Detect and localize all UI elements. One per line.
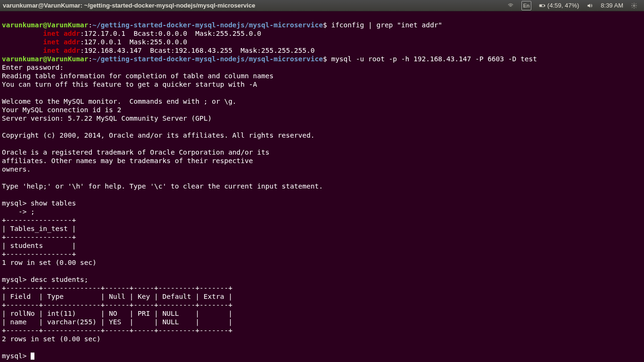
mysql-intro-block: Enter password: Reading table informatio… bbox=[2, 64, 323, 190]
prompt-user: varunkumar@VarunKumar bbox=[2, 21, 88, 29]
cursor bbox=[31, 353, 34, 360]
mysql-prompt: mysql> bbox=[2, 352, 31, 360]
sound-indicator[interactable] bbox=[583, 2, 597, 9]
prompt-path: ~/getting-started-docker-mysql-nodejs/my… bbox=[92, 55, 323, 63]
battery-indicator[interactable]: (4:59, 47%) bbox=[535, 1, 583, 10]
prompt-user: varunkumar@VarunKumar bbox=[2, 55, 88, 63]
gear-icon bbox=[631, 2, 637, 9]
clock-indicator[interactable]: 8:39 AM bbox=[597, 1, 627, 10]
battery-label: (4:59, 47%) bbox=[547, 1, 579, 10]
inet-label: inet addr bbox=[43, 47, 80, 54]
wifi-icon bbox=[507, 2, 514, 9]
command-text: ifconfig | grep "inet addr" bbox=[327, 21, 442, 29]
prompt-path: ~/getting-started-docker-mysql-nodejs/my… bbox=[92, 21, 323, 29]
ifconfig-line-3: inet addr:192.168.43.147 Bcast:192.168.4… bbox=[2, 47, 315, 54]
svg-rect-1 bbox=[545, 5, 545, 6]
command-text: mysql -u root -p -h 192.168.43.147 -P 66… bbox=[327, 55, 537, 63]
wifi-indicator[interactable] bbox=[504, 2, 518, 9]
system-menubar: varunkumar@VarunKumar: ~/getting-started… bbox=[0, 0, 644, 11]
language-indicator[interactable]: En bbox=[518, 1, 535, 10]
clock-label: 8:39 AM bbox=[601, 1, 623, 10]
show-tables-block: mysql> show tables -> ; +---------------… bbox=[2, 199, 97, 266]
session-indicator[interactable] bbox=[627, 2, 641, 9]
inet-label: inet addr bbox=[43, 30, 80, 37]
ifconfig-line-1: inet addr:172.17.0.1 Bcast:0.0.0.0 Mask:… bbox=[2, 30, 261, 37]
language-label: En bbox=[521, 1, 531, 10]
prompt-line-2: varunkumar@VarunKumar:~/getting-started-… bbox=[2, 55, 537, 63]
svg-rect-2 bbox=[540, 5, 542, 7]
svg-point-3 bbox=[633, 5, 635, 7]
desc-students-block: mysql> desc students; +--------+--------… bbox=[2, 276, 232, 343]
volume-icon bbox=[586, 2, 593, 9]
battery-icon bbox=[539, 2, 545, 9]
terminal-output[interactable]: varunkumar@VarunKumar:~/getting-started-… bbox=[0, 11, 644, 361]
window-title: varunkumar@VarunKumar: ~/getting-started… bbox=[3, 1, 255, 10]
ifconfig-line-2: inet addr:127.0.0.1 Mask:255.0.0.0 bbox=[2, 38, 187, 46]
inet-label: inet addr bbox=[43, 38, 80, 46]
prompt-line-1: varunkumar@VarunKumar:~/getting-started-… bbox=[2, 21, 442, 29]
